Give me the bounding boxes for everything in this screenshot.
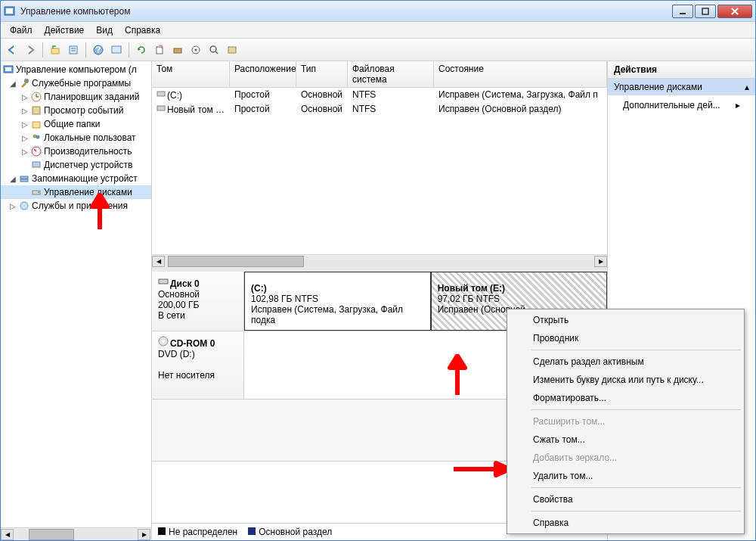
svg-line-18 xyxy=(215,51,218,54)
ctx-change-letter[interactable]: Изменить букву диска или путь к диску... xyxy=(509,371,742,389)
find-icon[interactable] xyxy=(206,42,222,58)
volumes-table: Том Расположение Тип Файловая система Со… xyxy=(152,61,607,272)
maximize-button[interactable] xyxy=(695,5,716,18)
tree-disk-management[interactable]: Управление дисками xyxy=(1,185,151,199)
expand-icon[interactable]: ▷ xyxy=(20,107,29,115)
menubar: Файл Действие Вид Справка xyxy=(1,22,755,39)
ctx-explorer[interactable]: Проводник xyxy=(509,329,742,347)
svg-point-42 xyxy=(162,340,165,343)
menu-file[interactable]: Файл xyxy=(4,23,39,37)
collapse-icon: ▴ xyxy=(745,82,749,92)
partition-c[interactable]: (C:) 102,98 ГБ NTFS Исправен (Система, З… xyxy=(244,272,431,331)
col-status[interactable]: Состояние xyxy=(434,61,607,87)
svg-rect-21 xyxy=(5,67,11,71)
app-icon xyxy=(4,5,16,17)
events-icon xyxy=(30,104,42,117)
scroll-right-icon[interactable]: ▶ xyxy=(594,256,607,267)
svg-text:?: ? xyxy=(95,45,101,55)
tree-root[interactable]: Управление компьютером (л xyxy=(1,63,151,76)
svg-rect-38 xyxy=(157,92,165,96)
ctx-shrink[interactable]: Сжать том... xyxy=(509,431,742,449)
expand-icon[interactable]: ▷ xyxy=(20,134,29,142)
tree-users[interactable]: ▷Локальные пользоват xyxy=(1,131,151,145)
col-volume[interactable]: Том xyxy=(152,61,230,87)
menu-action[interactable]: Действие xyxy=(39,23,91,37)
svg-point-37 xyxy=(20,202,28,210)
up-button[interactable] xyxy=(47,42,64,58)
device-icon xyxy=(30,159,42,171)
table-header: Том Расположение Тип Файловая система Со… xyxy=(152,61,607,88)
disk-info[interactable]: Диск 0 Основной 200,00 ГБ В сети xyxy=(152,272,244,331)
table-row[interactable]: (C:) Простой Основной NTFS Исправен (Сис… xyxy=(152,88,607,102)
clock-icon xyxy=(30,91,42,103)
col-layout[interactable]: Расположение xyxy=(230,61,296,87)
scroll-left-icon[interactable]: ◀ xyxy=(1,529,14,540)
scroll-right-icon[interactable]: ▶ xyxy=(138,529,150,540)
col-filesystem[interactable]: Файловая система xyxy=(348,61,434,87)
tree-services[interactable]: ▷ Службы и приложения xyxy=(1,199,151,213)
expand-icon[interactable]: ▷ xyxy=(20,93,29,101)
computer-icon xyxy=(2,64,14,76)
svg-rect-40 xyxy=(159,279,168,284)
svg-rect-39 xyxy=(157,106,165,110)
menu-view[interactable]: Вид xyxy=(90,23,119,37)
table-row[interactable]: Новый том (E:) Простой Основной NTFS Исп… xyxy=(152,102,607,117)
tree-shared-folders[interactable]: ▷Общие папки xyxy=(1,117,151,131)
tree-panel: Управление компьютером (л ◢ Служебные пр… xyxy=(1,61,152,540)
ctx-delete-volume[interactable]: Удалить том... xyxy=(509,467,742,485)
window-title: Управление компьютером xyxy=(20,6,672,17)
scroll-left-icon[interactable]: ◀ xyxy=(152,256,165,267)
forward-button[interactable] xyxy=(22,42,39,58)
view-icon[interactable] xyxy=(108,42,125,58)
tree-device-manager[interactable]: Диспетчер устройств xyxy=(1,158,151,172)
tree-event-viewer[interactable]: ▷Просмотр событий xyxy=(1,104,151,117)
col-type[interactable]: Тип xyxy=(296,61,348,87)
settings-icon[interactable] xyxy=(169,42,186,58)
ctx-format[interactable]: Форматировать... xyxy=(509,389,742,407)
svg-rect-1 xyxy=(6,8,13,14)
svg-point-29 xyxy=(36,135,40,139)
close-button[interactable] xyxy=(717,5,752,18)
tree-system-tools[interactable]: ◢ Служебные программы xyxy=(1,76,151,90)
svg-point-36 xyxy=(38,191,39,193)
tree-storage[interactable]: ◢ Запоминающие устройст xyxy=(1,172,151,185)
storage-icon xyxy=(18,173,30,185)
action-icon[interactable] xyxy=(187,42,204,58)
svg-rect-6 xyxy=(51,48,59,54)
help-icon[interactable]: ? xyxy=(90,42,107,58)
menu-help[interactable]: Справка xyxy=(119,23,166,37)
actions-more[interactable]: Дополнительные дей... ▸ xyxy=(608,95,755,115)
expand-icon[interactable]: ▷ xyxy=(8,202,17,210)
ctx-make-active[interactable]: Сделать раздел активным xyxy=(509,353,742,371)
ctx-extend: Расширить том... xyxy=(509,412,742,431)
folder-icon xyxy=(30,118,42,130)
volumes-scrollbar[interactable]: ◀ ▶ xyxy=(152,254,607,267)
properties-icon[interactable] xyxy=(65,42,82,58)
minimize-button[interactable] xyxy=(672,5,693,18)
users-icon xyxy=(30,132,42,144)
ctx-help[interactable]: Справка xyxy=(509,514,742,532)
svg-point-16 xyxy=(195,48,197,51)
tree-scrollbar[interactable]: ◀ ▶ xyxy=(1,527,150,540)
context-menu: Открыть Проводник Сделать раздел активны… xyxy=(507,309,745,534)
svg-rect-19 xyxy=(228,47,236,53)
ctx-mirror: Добавить зеркало... xyxy=(509,449,742,467)
actions-section[interactable]: Управление дисками ▴ xyxy=(608,79,755,95)
tree-task-scheduler[interactable]: ▷Планировщик заданий xyxy=(1,90,151,104)
collapse-icon[interactable]: ◢ xyxy=(8,79,17,88)
expand-icon[interactable]: ▷ xyxy=(20,120,29,129)
expand-icon[interactable]: ▷ xyxy=(20,148,29,156)
disk-info[interactable]: CD-ROM 0 DVD (D:) Нет носителя xyxy=(152,331,244,399)
tree-performance[interactable]: ▷Производительность xyxy=(1,145,151,158)
svg-rect-7 xyxy=(70,46,77,54)
ctx-properties[interactable]: Свойства xyxy=(509,490,742,508)
export-icon[interactable] xyxy=(151,42,168,58)
refresh-icon[interactable] xyxy=(133,42,150,58)
collapse-icon[interactable]: ◢ xyxy=(8,175,17,183)
svg-rect-32 xyxy=(33,162,40,167)
ctx-open[interactable]: Открыть xyxy=(509,311,742,329)
back-button[interactable] xyxy=(4,42,20,58)
svg-rect-26 xyxy=(33,107,40,114)
misc-icon[interactable] xyxy=(224,42,240,58)
svg-rect-12 xyxy=(112,46,121,53)
